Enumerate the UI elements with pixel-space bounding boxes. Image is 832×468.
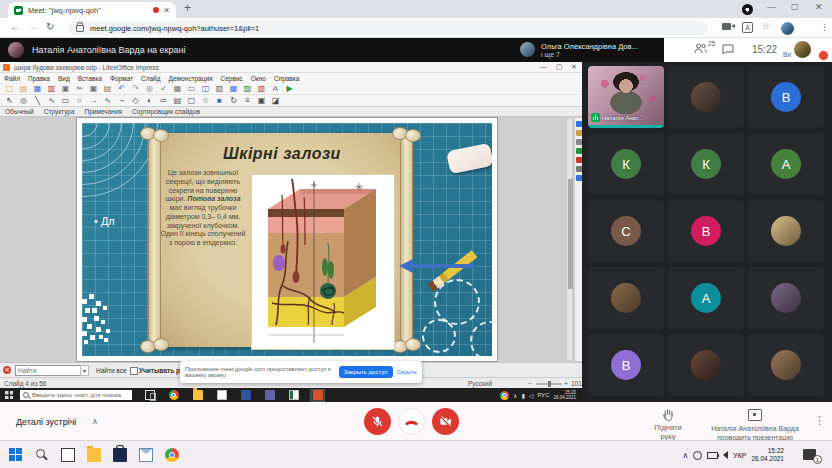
block-arrows-icon[interactable]: ⇨	[158, 95, 169, 106]
new-slide-icon[interactable]: ▧	[214, 83, 225, 94]
stars-banners-icon[interactable]: ☆	[200, 95, 211, 106]
presenter-search-box[interactable]: Введите здесь текст для поиска	[20, 390, 132, 400]
participant-tile[interactable]: В	[748, 66, 824, 128]
volume-icon[interactable]	[723, 451, 728, 459]
slide-title[interactable]: Шкірні залози	[154, 145, 410, 163]
flowchart-icon[interactable]: ▤	[172, 95, 183, 106]
hidden-icons-chevron[interactable]: ∧	[682, 451, 688, 460]
view-tab[interactable]: Структура	[44, 108, 75, 115]
participant-tile[interactable]: А	[668, 267, 744, 329]
participant-tile[interactable]: К	[588, 133, 664, 195]
translate-icon[interactable]: A	[742, 22, 753, 33]
self-avatar[interactable]	[794, 41, 811, 58]
search-taskbar-button[interactable]	[34, 447, 50, 463]
excel-taskbar-button[interactable]	[286, 389, 301, 402]
store-taskbar-button[interactable]	[112, 447, 128, 463]
document-taskbar-button[interactable]	[214, 389, 229, 402]
symbol-shapes-icon[interactable]: ◐	[144, 95, 155, 106]
find-dropdown-icon[interactable]: ▾	[80, 365, 89, 376]
menu-Вставка[interactable]: Вставка	[78, 75, 102, 82]
slide[interactable]: • Дл Шкірні залози	[77, 118, 497, 361]
hide-toast-link[interactable]: Скрыть	[397, 369, 417, 375]
view-tab[interactable]: Примечания	[85, 108, 123, 115]
ellipse-icon[interactable]: ○	[74, 95, 85, 106]
language-indicator[interactable]: РУС	[537, 392, 549, 398]
participant-tile[interactable]	[748, 334, 824, 396]
arrange-icon[interactable]: ▣	[256, 95, 267, 106]
chrome-taskbar-button[interactable]	[164, 447, 180, 463]
rotate-icon[interactable]: ↻	[228, 95, 239, 106]
select-icon[interactable]: ↖	[4, 95, 15, 106]
tray-app-icon[interactable]	[500, 391, 509, 400]
more-options-icon[interactable]: ⋮	[814, 414, 825, 427]
menu-Сервис[interactable]: Сервис	[221, 75, 243, 82]
participant-tile[interactable]: В	[668, 200, 744, 262]
zoom-slider[interactable]	[536, 383, 562, 385]
participant-tile[interactable]: К	[668, 133, 744, 195]
table-icon[interactable]: ▦	[228, 83, 239, 94]
back-icon[interactable]: ←	[10, 21, 20, 32]
mail-taskbar-button[interactable]	[138, 447, 154, 463]
reload-icon[interactable]: ↻	[46, 21, 54, 32]
browser-tab[interactable]: Meet: "jwq-npwq-qoh" ✕	[8, 2, 176, 18]
impress-sidebar-strip[interactable]	[574, 118, 582, 361]
participant-tile[interactable]: Наталія Анат...	[588, 66, 664, 128]
rectangle-icon[interactable]: ▭	[60, 95, 71, 106]
menu-Файл[interactable]: Файл	[4, 75, 20, 82]
browser-menu-icon[interactable]: ⋮	[820, 22, 829, 32]
participant-tile[interactable]	[588, 267, 664, 329]
insert-line-icon[interactable]: ╲	[32, 95, 43, 106]
find-replace-icon[interactable]: ◎	[144, 83, 155, 94]
start-taskbar-button[interactable]	[8, 447, 24, 463]
participants-icon[interactable]	[694, 43, 707, 54]
participant-tile[interactable]	[668, 334, 744, 396]
camera-in-use-icon[interactable]	[722, 23, 731, 30]
file-explorer-taskbar-button[interactable]	[190, 389, 205, 402]
participant-tile[interactable]	[748, 200, 824, 262]
curve-icon[interactable]: ∿	[102, 95, 113, 106]
hidden-icons-chevron[interactable]: ∧	[513, 392, 517, 399]
print-icon[interactable]: ▣	[60, 83, 71, 94]
participant-tile[interactable]	[748, 267, 824, 329]
save-icon[interactable]: ▦	[32, 83, 43, 94]
camera-off-button[interactable]	[432, 408, 459, 435]
match-case-checkbox[interactable]	[130, 367, 138, 375]
spelling-icon[interactable]: ✓	[158, 83, 169, 94]
window-minimize-button[interactable]: —	[767, 2, 776, 12]
mic-off-button[interactable]	[364, 408, 391, 435]
slide-layout-icon[interactable]: ◫	[200, 83, 211, 94]
zoom-in-icon[interactable]: +	[564, 380, 568, 387]
new-document-icon[interactable]: ▢	[4, 83, 15, 94]
cut-icon[interactable]: ✂	[74, 83, 85, 94]
file-explorer-taskbar-button[interactable]	[86, 447, 102, 463]
line-arrow-end-icon[interactable]: →	[88, 95, 99, 106]
stop-sharing-button[interactable]: Закрыть доступ	[339, 366, 393, 378]
new-tab-button[interactable]: +	[184, 1, 191, 15]
teams-taskbar-button[interactable]	[262, 389, 277, 402]
insert-image-icon[interactable]: ▨	[242, 83, 253, 94]
display-grid-icon[interactable]: ▦	[172, 83, 183, 94]
slide-body-text[interactable]: Це залози зовнішньої секреції, що виділя…	[160, 169, 246, 248]
menu-Вид[interactable]: Вид	[58, 75, 70, 82]
start-presentation-icon[interactable]: ▶	[284, 83, 295, 94]
people-tray-icon[interactable]	[693, 451, 702, 460]
participant-tile[interactable]: В	[588, 334, 664, 396]
find-all-button[interactable]: Найти все	[96, 367, 127, 374]
menu-Окно[interactable]: Окно	[251, 75, 266, 82]
text-box-icon[interactable]: A	[270, 83, 281, 94]
tab-close-icon[interactable]: ✕	[163, 6, 170, 15]
insert-chart-icon[interactable]: ▥	[256, 83, 267, 94]
task-view-taskbar-button[interactable]	[60, 447, 76, 463]
zoom-icon[interactable]: ◎	[18, 95, 29, 106]
freeform-line-icon[interactable]: ∿	[46, 95, 57, 106]
align-icon[interactable]: ≡	[242, 95, 253, 106]
basic-shapes-icon[interactable]: ◇	[130, 95, 141, 106]
undo-icon[interactable]: ↶	[116, 83, 127, 94]
view-tab[interactable]: Обычный	[5, 108, 34, 115]
viewer-clock[interactable]: 15:22 26.04.2021	[751, 447, 784, 464]
forward-icon[interactable]: →	[28, 21, 38, 32]
participant-tile[interactable]: А	[748, 133, 824, 195]
connector-icon[interactable]: ¬	[116, 95, 127, 106]
close-find-icon[interactable]: ✕	[3, 366, 11, 374]
window-maximize-button[interactable]: ▢	[791, 2, 799, 11]
